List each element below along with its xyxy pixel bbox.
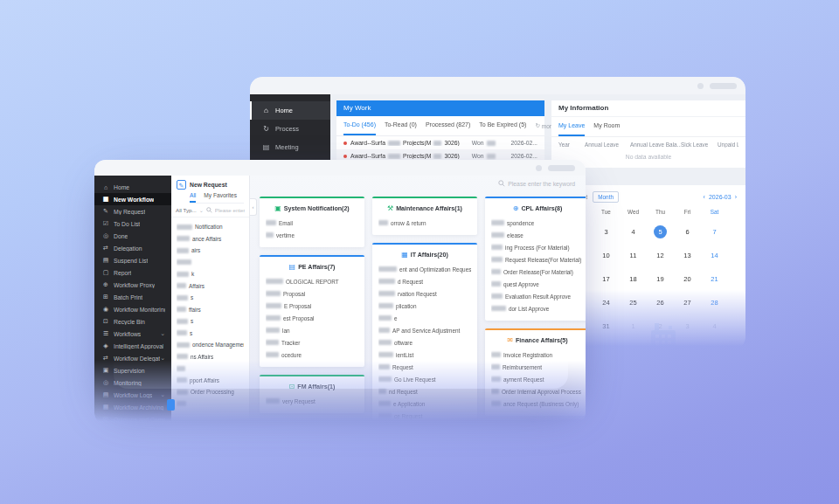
category-item[interactable]: pport Affairs	[177, 375, 244, 387]
request-type-item[interactable]: oftware	[378, 336, 471, 349]
sidebar-item-my-request[interactable]: ✎ My Request ⌄	[94, 205, 171, 217]
sidebar-item-home[interactable]: ⌂ Home ⌄	[94, 181, 171, 193]
calendar-day[interactable]: 21	[701, 267, 728, 291]
calendar-day[interactable]: 7	[701, 220, 728, 244]
request-type-item[interactable]: spondence	[491, 217, 584, 229]
request-type-item[interactable]: very Request	[266, 395, 358, 407]
category-item[interactable]: ondence Management	[177, 339, 244, 351]
category-item[interactable]	[177, 398, 244, 411]
request-type-item[interactable]: Email	[266, 217, 358, 229]
request-type-item[interactable]: d Request	[378, 275, 471, 287]
request-tab[interactable]: All	[190, 192, 196, 203]
request-type-item[interactable]: AP and Service Adjustment	[378, 324, 471, 336]
calendar-day[interactable]: 19	[647, 267, 674, 291]
request-type-item[interactable]: ance Request (Business Only)	[491, 397, 584, 410]
request-type-item[interactable]: Tracker	[266, 336, 358, 349]
calendar-day[interactable]: 5	[647, 220, 674, 244]
calendar-day[interactable]: 6	[674, 220, 701, 244]
my-work-tab[interactable]: To-Read (0)	[385, 116, 417, 135]
sidebar-item-workflow-delegation[interactable]: ⇄ Workflow Delegation ⌄	[94, 352, 171, 364]
category-item[interactable]: ns Affairs	[177, 351, 244, 363]
request-type-item[interactable]: Request	[378, 361, 471, 373]
sidebar-item-done[interactable]: ◎ Done ⌄	[94, 230, 171, 242]
my-work-tab[interactable]: To-Do (456)	[343, 116, 376, 135]
sidebar-item-intelligent-approval[interactable]: ◈ Intelligent Approval ⌄	[94, 340, 171, 352]
sidebar-item-workflow-proxy[interactable]: ⊕ Workflow Proxy ⌄	[94, 279, 171, 291]
request-type-item[interactable]: rvation Request	[378, 287, 471, 300]
request-type-item[interactable]: E Proposal	[266, 300, 358, 312]
sidebar-item-process[interactable]: ↻ Process	[250, 120, 330, 138]
request-type-item[interactable]: e Application	[378, 397, 471, 410]
request-type-item[interactable]: nd Request	[378, 385, 471, 397]
calendar-day[interactable]: 4	[620, 220, 647, 244]
sidebar-item-opinions-comments[interactable]: ✉ Opinions and Comments ⌄	[94, 413, 171, 424]
category-item[interactable]: s	[177, 328, 244, 340]
calendar-day[interactable]: 11	[620, 244, 647, 267]
sidebar-item-supervision[interactable]: ▣ Supervision ⌄	[94, 364, 171, 376]
sidebar-item-workflow-logs[interactable]: ▤ Workflow Logs ⌄	[94, 389, 171, 401]
calendar-day[interactable]: 3	[593, 220, 620, 244]
sidebar-item-report[interactable]: ▢ Report ⌄	[94, 266, 171, 279]
calendar-day[interactable]: 26	[647, 291, 674, 314]
request-type-item[interactable]: elease	[491, 229, 584, 241]
category-item[interactable]: Order Processing	[177, 386, 244, 398]
category-item[interactable]: Notification	[177, 221, 244, 233]
calendar-day[interactable]: 31	[593, 314, 620, 338]
sidebar-item-todo-list[interactable]: ☑ To Do List ⌄	[94, 217, 171, 230]
request-type-item[interactable]: lan	[266, 324, 358, 336]
calendar-view-button[interactable]: Month	[593, 191, 619, 203]
request-type-item[interactable]: ayment Request	[491, 373, 584, 385]
prev-month-icon[interactable]: ‹	[704, 194, 705, 200]
request-type-item[interactable]: ce Request	[378, 410, 471, 422]
request-type-item[interactable]: Request Release(For Material)	[491, 253, 584, 266]
calendar-day[interactable]: 14	[701, 244, 728, 267]
request-type-item[interactable]: Evaluation Result Approve	[491, 290, 584, 302]
collapse-panel-handle[interactable]: ‹	[250, 198, 257, 216]
sidebar-item-recycle-bin[interactable]: ⊡ Recycle Bin ⌄	[94, 315, 171, 328]
calendar-day[interactable]: 20	[674, 267, 701, 291]
type-filter-dropdown[interactable]: All Typ...	[176, 207, 197, 213]
todo-row[interactable]: Award--SurfaProjects(M3026) Won 2026-02.…	[336, 136, 544, 149]
calendar-day[interactable]: 1	[620, 314, 647, 338]
sidebar-item-batch-print[interactable]: ⊞ Batch Print ⌄	[94, 291, 171, 303]
request-type-item[interactable]: ientList	[378, 349, 471, 361]
request-type-item[interactable]: quest Approve	[491, 278, 584, 290]
request-tab[interactable]: My Favorites	[204, 192, 237, 203]
request-type-item[interactable]: est Proposal	[266, 312, 358, 324]
next-month-icon[interactable]: ›	[735, 194, 737, 200]
category-item[interactable]: airs	[177, 245, 244, 257]
request-type-item[interactable]: ocedure	[266, 349, 358, 361]
calendar-day[interactable]: 18	[620, 267, 647, 291]
sidebar-item-workflow-monitoring[interactable]: ◉ Workflow Monitoring ⌄	[94, 303, 171, 315]
sidebar-item-workflow-archiving[interactable]: ▦ Workflow Archiving ⌄	[94, 401, 171, 413]
category-item[interactable]: s	[177, 292, 244, 304]
my-information-tab[interactable]: My Leave	[558, 117, 585, 136]
category-item[interactable]: Affairs	[177, 280, 244, 293]
request-type-item[interactable]: Go Live Request	[378, 373, 471, 385]
calendar-day[interactable]: 12	[647, 244, 674, 267]
request-type-item[interactable]: Proposal	[266, 287, 358, 300]
calendar-day[interactable]: 24	[593, 291, 620, 314]
sidebar-item-delegation[interactable]: ⇄ Delegation ⌄	[94, 242, 171, 254]
request-type-item[interactable]: orrow & return	[378, 217, 471, 229]
calendar-day[interactable]: 27	[674, 291, 701, 314]
calendar-day[interactable]: 10	[593, 244, 620, 267]
calendar-day[interactable]: 25	[620, 291, 647, 314]
category-item[interactable]: ance Affairs	[177, 233, 244, 245]
category-item[interactable]: s	[177, 315, 244, 328]
request-type-item[interactable]: Invoice Registration	[491, 349, 584, 361]
sidebar-item-suspend-list[interactable]: ▤ Suspend List ⌄	[94, 254, 171, 266]
request-type-item[interactable]: e	[378, 312, 471, 324]
category-item[interactable]: ffairs	[177, 304, 244, 316]
sidebar-item-meeting[interactable]: ▤ Meeting	[250, 138, 330, 156]
request-type-item[interactable]: vertime	[266, 229, 358, 241]
category-item[interactable]	[177, 362, 244, 375]
request-type-item[interactable]: Order Release(For Material)	[491, 266, 584, 278]
request-type-item[interactable]: ing Process (For Material)	[491, 241, 584, 253]
my-information-tab[interactable]: My Room	[593, 117, 620, 136]
request-type-item[interactable]: plication	[378, 300, 471, 312]
request-type-item[interactable]: ent and Optimization Request	[378, 263, 471, 275]
scroll-handle[interactable]	[167, 399, 175, 411]
keyword-search-input[interactable]: Please enter the keyword	[498, 180, 575, 187]
calendar-day[interactable]: 28	[701, 291, 728, 314]
